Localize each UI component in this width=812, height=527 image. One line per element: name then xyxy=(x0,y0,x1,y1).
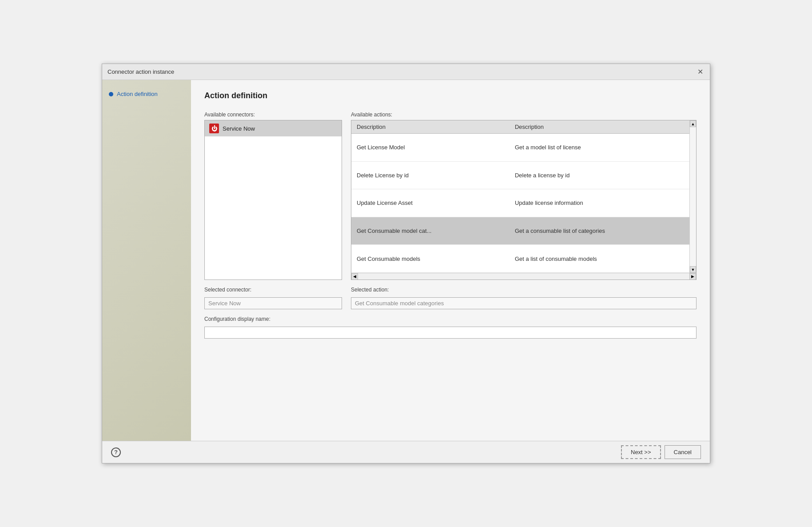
config-display-name-label: Configuration display name: xyxy=(204,316,697,322)
next-button[interactable]: Next >> xyxy=(621,445,661,459)
sidebar: Action definition xyxy=(102,80,191,441)
action-desc-cell: Delete a license by id xyxy=(509,161,696,189)
table-row[interactable]: Get Consumable model cat... Get a consum… xyxy=(351,217,696,245)
connector-name: Service Now xyxy=(223,125,255,132)
connector-panel: Available connectors: ⏻ Service Now xyxy=(204,112,342,280)
selected-fields-row: Selected connector: Service Now Selected… xyxy=(204,287,697,309)
vertical-scrollbar[interactable]: ▲ ▼ xyxy=(689,120,696,273)
content-area: Action definition Action definition Avai… xyxy=(102,80,710,441)
scroll-right-button[interactable]: ▶ xyxy=(689,273,696,280)
table-row[interactable]: Update License Asset Update license info… xyxy=(351,189,696,217)
action-desc-cell: Update license information xyxy=(509,189,696,217)
action-desc-cell: Get a model list of license xyxy=(509,134,696,162)
window-title: Connector action instance xyxy=(107,68,174,75)
col-header-name: Description xyxy=(351,120,509,134)
footer-buttons: Next >> Cancel xyxy=(621,445,701,459)
action-name-cell: Get License Model xyxy=(351,134,509,162)
selected-action-label: Selected action: xyxy=(351,287,697,293)
scroll-down-button[interactable]: ▼ xyxy=(690,266,696,273)
footer: ? Next >> Cancel xyxy=(102,441,710,463)
action-name-cell: Get Consumable models xyxy=(351,245,509,273)
footer-left: ? xyxy=(111,447,121,457)
horizontal-scrollbar[interactable]: ◀ ▶ xyxy=(351,273,696,279)
actions-panel: Available actions: Description Descripti… xyxy=(351,112,697,280)
action-name-cell: Get Consumable model cat... xyxy=(351,217,509,245)
scroll-left-button[interactable]: ◀ xyxy=(351,273,358,280)
cancel-button[interactable]: Cancel xyxy=(665,445,701,459)
sidebar-bullet xyxy=(109,92,113,96)
config-display-name-input[interactable]: Get Consumable model categories xyxy=(204,327,697,339)
selected-connector-group: Selected connector: Service Now xyxy=(204,287,342,309)
col-header-desc: Description xyxy=(509,120,696,134)
main-window: Connector action instance ✕ Action defin… xyxy=(102,64,710,463)
action-name-cell: Update License Asset xyxy=(351,189,509,217)
table-row[interactable]: Get Consumable models Get a list of cons… xyxy=(351,245,696,273)
service-now-icon: ⏻ xyxy=(209,124,219,133)
table-header-row: Description Description xyxy=(351,120,696,134)
scroll-thumb xyxy=(690,127,696,266)
table-row[interactable]: Delete License by id Delete a license by… xyxy=(351,161,696,189)
available-actions-label: Available actions: xyxy=(351,112,697,118)
action-desc-cell: Get a consumable list of categories xyxy=(509,217,696,245)
connector-list[interactable]: ⏻ Service Now xyxy=(204,120,342,280)
scroll-up-button[interactable]: ▲ xyxy=(690,120,696,127)
page-title: Action definition xyxy=(204,91,697,100)
help-button[interactable]: ? xyxy=(111,447,121,457)
actions-table-container: Description Description Get License Mode… xyxy=(351,120,697,280)
actions-table: Description Description Get License Mode… xyxy=(351,120,696,273)
close-button[interactable]: ✕ xyxy=(696,68,705,76)
selected-connector-field: Service Now xyxy=(204,297,342,309)
sidebar-item-action-definition[interactable]: Action definition xyxy=(109,89,184,99)
power-icon: ⏻ xyxy=(211,125,217,132)
selected-action-field: Get Consumable model categories xyxy=(351,297,697,309)
selected-action-group: Selected action: Get Consumable model ca… xyxy=(351,287,697,309)
main-content: Action definition Available connectors: … xyxy=(191,80,710,441)
action-desc-cell: Get a list of consumable models xyxy=(509,245,696,273)
connector-item-servicenow[interactable]: ⏻ Service Now xyxy=(205,120,342,136)
sidebar-item-label: Action definition xyxy=(117,91,158,97)
action-name-cell: Delete License by id xyxy=(351,161,509,189)
connectors-actions-row: Available connectors: ⏻ Service Now Avai… xyxy=(204,112,697,280)
available-connectors-label: Available connectors: xyxy=(204,112,342,118)
config-name-group: Configuration display name: Get Consumab… xyxy=(204,316,697,339)
title-bar: Connector action instance ✕ xyxy=(102,64,710,80)
table-row[interactable]: Get License Model Get a model list of li… xyxy=(351,134,696,162)
selected-connector-label: Selected connector: xyxy=(204,287,342,293)
